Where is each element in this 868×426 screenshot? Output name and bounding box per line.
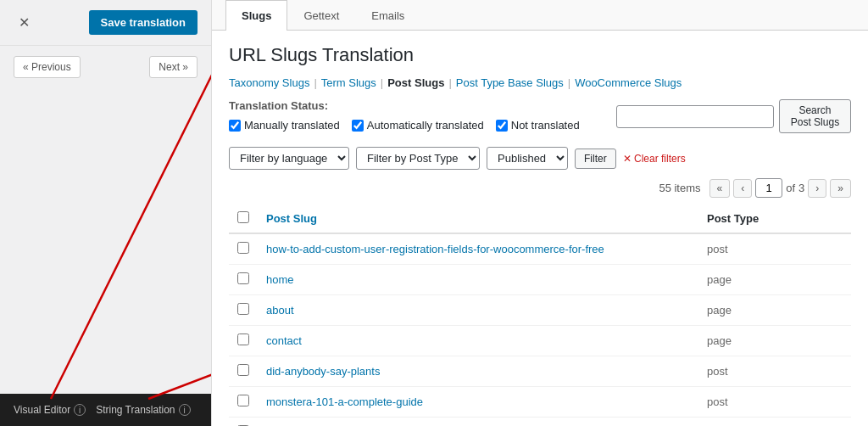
checkbox-manually-translated-input[interactable] bbox=[229, 120, 241, 132]
checkbox-auto-translated[interactable]: Automatically translated bbox=[352, 119, 484, 132]
string-translation-label: String Translation bbox=[96, 404, 175, 416]
string-translation-btn[interactable]: String Translation i bbox=[96, 404, 190, 416]
search-post-slugs-button[interactable]: Search Post Slugs bbox=[779, 99, 851, 133]
tabs-bar: Slugs Gettext Emails bbox=[212, 0, 868, 31]
slug-link-4[interactable]: did-anybody-say-plants bbox=[266, 365, 380, 378]
checkbox-not-translated[interactable]: Not translated bbox=[496, 119, 580, 132]
tab-gettext[interactable]: Gettext bbox=[287, 0, 355, 31]
th-post-type: Post Type bbox=[698, 205, 851, 233]
table-row: contact page bbox=[229, 326, 851, 356]
filter-by-post-type-select[interactable]: Filter by Post Type bbox=[356, 147, 480, 170]
select-all-checkbox[interactable] bbox=[237, 211, 249, 223]
row-post-type-cell: page bbox=[698, 295, 851, 326]
sidebar: ✕ Save translation « Previous Next » bbox=[0, 0, 212, 426]
page-title: URL Slugs Translation bbox=[229, 44, 851, 66]
sub-link-term-slugs[interactable]: Term Slugs bbox=[321, 76, 376, 89]
pagination-page-input[interactable] bbox=[755, 178, 782, 198]
sub-link-taxonomy-slugs[interactable]: Taxonomy Slugs bbox=[229, 76, 309, 89]
table-row: home page bbox=[229, 265, 851, 295]
table-row: monstera-101-a-complete-guide post bbox=[229, 387, 851, 418]
row-slug-cell: how-to-add-custom-user-registration-fiel… bbox=[258, 233, 698, 265]
search-row: Search Post Slugs bbox=[616, 99, 851, 133]
checkbox-not-translated-input[interactable] bbox=[496, 120, 508, 132]
pagination-total: 3 bbox=[798, 182, 804, 194]
string-translation-info-icon[interactable]: i bbox=[179, 404, 191, 416]
row-checkbox-cell bbox=[229, 265, 258, 295]
row-checkbox-cell bbox=[229, 326, 258, 356]
slug-link-0[interactable]: how-to-add-custom-user-registration-fiel… bbox=[266, 243, 604, 255]
sidebar-top: ✕ Save translation bbox=[0, 0, 211, 46]
filter-row-status: Translation Status: Manually translated … bbox=[229, 99, 616, 132]
pagination-row: 55 items « ‹ of 3 › » bbox=[229, 178, 851, 198]
slug-link-3[interactable]: contact bbox=[266, 334, 302, 347]
slugs-table: Post Slug Post Type how-to-add-custom-us… bbox=[229, 205, 851, 426]
slug-link-1[interactable]: home bbox=[266, 273, 294, 286]
translation-status-label: Translation Status: bbox=[229, 99, 328, 112]
row-post-type-cell: page bbox=[698, 265, 851, 295]
row-post-type-cell: page bbox=[698, 326, 851, 356]
table-row: header elementor_library bbox=[229, 418, 851, 427]
row-checkbox-cell bbox=[229, 233, 258, 265]
visual-editor-btn[interactable]: Visual Editor i bbox=[14, 404, 86, 416]
pagination-count: 55 items bbox=[659, 182, 700, 194]
checkbox-auto-translated-input[interactable] bbox=[352, 120, 364, 132]
pagination-of: of bbox=[786, 182, 795, 194]
row-post-type-cell: post bbox=[698, 356, 851, 387]
close-button[interactable]: ✕ bbox=[14, 13, 35, 32]
slug-link-5[interactable]: monstera-101-a-complete-guide bbox=[266, 395, 423, 408]
pagination-prev-button[interactable]: ‹ bbox=[733, 179, 752, 198]
row-slug-cell: home bbox=[258, 265, 698, 295]
sidebar-bottom: Visual Editor i String Translation i bbox=[0, 394, 211, 426]
row-post-type-cell: post bbox=[698, 233, 851, 265]
row-post-type-cell: elementor_library bbox=[698, 418, 851, 427]
content-area: URL Slugs Translation Taxonomy Slugs | T… bbox=[212, 31, 868, 426]
table-row: how-to-add-custom-user-registration-fiel… bbox=[229, 233, 851, 265]
th-post-slug[interactable]: Post Slug bbox=[258, 205, 698, 233]
row-slug-cell: monstera-101-a-complete-guide bbox=[258, 387, 698, 418]
save-translation-button[interactable]: Save translation bbox=[89, 10, 198, 35]
th-checkbox bbox=[229, 205, 258, 233]
previous-button[interactable]: « Previous bbox=[14, 56, 81, 78]
main-content: Slugs Gettext Emails URL Slugs Translati… bbox=[212, 0, 868, 426]
row-checkbox-5[interactable] bbox=[237, 395, 249, 406]
row-slug-cell: about bbox=[258, 295, 698, 326]
pagination-next-button[interactable]: › bbox=[808, 179, 826, 198]
row-checkbox-cell bbox=[229, 295, 258, 326]
visual-editor-info-icon[interactable]: i bbox=[74, 404, 86, 416]
row-checkbox-cell bbox=[229, 356, 258, 387]
filter-button[interactable]: Filter bbox=[575, 149, 616, 169]
sidebar-spacer bbox=[0, 88, 211, 394]
pagination-first-button[interactable]: « bbox=[709, 179, 731, 198]
search-input[interactable] bbox=[616, 105, 774, 128]
sub-link-woocommerce-slugs[interactable]: WooCommerce Slugs bbox=[575, 76, 682, 89]
table-header-row: Post Slug Post Type bbox=[229, 205, 851, 233]
row-checkbox-4[interactable] bbox=[237, 364, 249, 376]
tab-emails[interactable]: Emails bbox=[355, 0, 420, 31]
translation-status-section: Translation Status: Manually translated … bbox=[229, 99, 616, 140]
row-slug-cell: header bbox=[258, 418, 698, 427]
sub-link-post-type-base-slugs[interactable]: Post Type Base Slugs bbox=[456, 76, 564, 89]
checkbox-auto-translated-label: Automatically translated bbox=[367, 119, 484, 132]
row-checkbox-2[interactable] bbox=[237, 303, 249, 315]
checkbox-manually-translated[interactable]: Manually translated bbox=[229, 119, 340, 132]
checkbox-group: Manually translated Automatically transl… bbox=[229, 119, 580, 132]
filter-published-select[interactable]: Published bbox=[487, 147, 568, 170]
clear-filters-button[interactable]: ✕ Clear filters bbox=[623, 153, 686, 165]
slug-link-2[interactable]: about bbox=[266, 304, 294, 317]
pagination-last-button[interactable]: » bbox=[830, 179, 851, 198]
next-button[interactable]: Next » bbox=[149, 56, 198, 78]
filter-by-language-select[interactable]: Filter by language bbox=[229, 147, 349, 170]
row-checkbox-cell bbox=[229, 418, 258, 427]
row-slug-cell: contact bbox=[258, 326, 698, 356]
checkbox-not-translated-label: Not translated bbox=[511, 119, 580, 132]
checkbox-manually-translated-label: Manually translated bbox=[244, 119, 340, 132]
row-checkbox-cell bbox=[229, 387, 258, 418]
row-checkbox-1[interactable] bbox=[237, 272, 249, 284]
row-checkbox-0[interactable] bbox=[237, 242, 249, 254]
sub-links: Taxonomy Slugs | Term Slugs | Post Slugs… bbox=[229, 76, 851, 89]
row-checkbox-3[interactable] bbox=[237, 334, 249, 345]
tab-slugs[interactable]: Slugs bbox=[225, 0, 287, 31]
table-row: did-anybody-say-plants post bbox=[229, 356, 851, 387]
row-post-type-cell: post bbox=[698, 387, 851, 418]
sub-link-post-slugs[interactable]: Post Slugs bbox=[387, 76, 444, 89]
